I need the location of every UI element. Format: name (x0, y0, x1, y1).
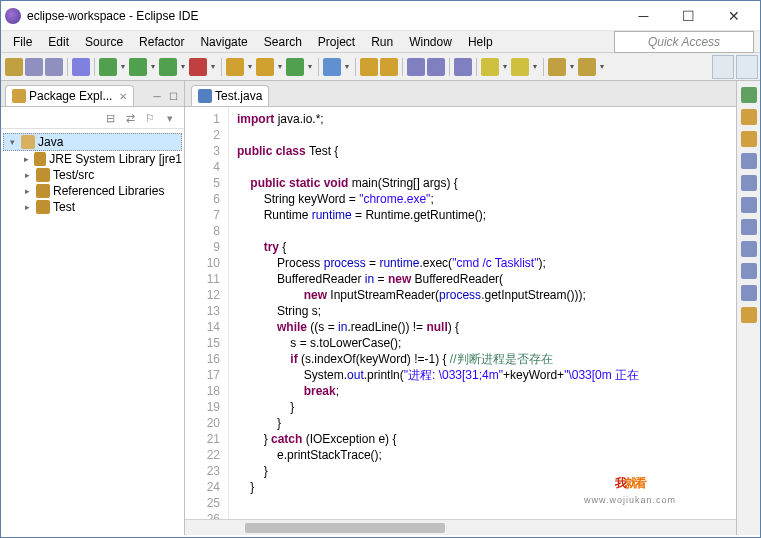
new-class-icon[interactable] (256, 58, 274, 76)
close-button[interactable]: ✕ (711, 2, 756, 30)
tree-node[interactable]: ▾Java (3, 133, 182, 151)
code-line[interactable]: } (237, 463, 736, 479)
debug-icon-dropdown[interactable]: ▾ (119, 58, 127, 76)
code-line[interactable]: } (237, 479, 736, 495)
new-package-icon[interactable] (226, 58, 244, 76)
code-content[interactable]: import java.io.*; public class Test { pu… (229, 107, 736, 519)
task-list-icon[interactable] (741, 109, 757, 125)
forward-icon[interactable] (578, 58, 596, 76)
next-annotation-icon-dropdown[interactable]: ▾ (501, 58, 509, 76)
back-icon[interactable] (548, 58, 566, 76)
code-line[interactable]: try { (237, 239, 736, 255)
menu-source[interactable]: Source (77, 33, 131, 51)
code-line[interactable] (237, 127, 736, 143)
problems-icon[interactable] (741, 175, 757, 191)
code-line[interactable]: public static void main(String[] args) { (237, 175, 736, 191)
focus-task-button[interactable]: ⚐ (142, 110, 158, 126)
pin-icon[interactable] (454, 58, 472, 76)
tree-node[interactable]: ▸Test/src (3, 167, 182, 183)
new-icon[interactable] (5, 58, 23, 76)
expander-icon[interactable]: ▾ (6, 137, 18, 147)
javadoc-icon[interactable] (741, 197, 757, 213)
code-line[interactable]: import java.io.*; (237, 111, 736, 127)
console-icon[interactable] (741, 241, 757, 257)
debug-icon[interactable] (99, 58, 117, 76)
code-line[interactable]: public class Test { (237, 143, 736, 159)
link-editor-button[interactable]: ⇄ (122, 110, 138, 126)
coverage-icon[interactable] (159, 58, 177, 76)
maximize-button[interactable]: ☐ (666, 2, 711, 30)
prev-annotation-icon[interactable] (511, 58, 529, 76)
forward-icon-dropdown[interactable]: ▾ (598, 58, 606, 76)
mylyn-icon[interactable] (741, 285, 757, 301)
tree-node[interactable]: ▸Test (3, 199, 182, 215)
code-line[interactable]: new InputStreamReader(process.getInputSt… (237, 287, 736, 303)
code-line[interactable]: if (s.indexOf(keyWord) !=-1) { //判断进程是否存… (237, 351, 736, 367)
code-line[interactable]: BufferedReader in = new BufferedReader( (237, 271, 736, 287)
open-type-icon[interactable] (286, 58, 304, 76)
code-line[interactable] (237, 495, 736, 511)
toggle-breadcrumb-icon[interactable] (407, 58, 425, 76)
package-tree[interactable]: ▾Java▸JRE System Library [jre1▸Test/src▸… (1, 129, 184, 535)
collapse-all-button[interactable]: ⊟ (102, 110, 118, 126)
toggle-block-icon[interactable] (380, 58, 398, 76)
code-line[interactable]: } (237, 399, 736, 415)
save-icon[interactable] (25, 58, 43, 76)
code-line[interactable]: String keyWord = "chrome.exe"; (237, 191, 736, 207)
coverage-icon-dropdown[interactable]: ▾ (179, 58, 187, 76)
expander-icon[interactable]: ▸ (21, 154, 31, 164)
menu-navigate[interactable]: Navigate (192, 33, 255, 51)
code-line[interactable]: Process process = runtime.exec("cmd /c T… (237, 255, 736, 271)
minimize-button[interactable]: ─ (621, 2, 666, 30)
show-whitespace-icon[interactable] (427, 58, 445, 76)
templates-icon[interactable] (741, 307, 757, 323)
next-annotation-icon[interactable] (481, 58, 499, 76)
run-icon-dropdown[interactable]: ▾ (149, 58, 157, 76)
open-perspective-button[interactable] (712, 55, 734, 79)
menu-edit[interactable]: Edit (40, 33, 77, 51)
tree-node[interactable]: ▸Referenced Libraries (3, 183, 182, 199)
progress-icon[interactable] (741, 263, 757, 279)
code-line[interactable]: System.out.println("进程: \033[31;4m"+keyW… (237, 367, 736, 383)
run-icon[interactable] (129, 58, 147, 76)
code-line[interactable]: } catch (IOException e) { (237, 431, 736, 447)
expander-icon[interactable]: ▸ (21, 186, 33, 196)
search-icon-dropdown[interactable]: ▾ (343, 58, 351, 76)
new-package-icon-dropdown[interactable]: ▾ (246, 58, 254, 76)
search-icon[interactable] (323, 58, 341, 76)
open-type-icon-dropdown[interactable]: ▾ (306, 58, 314, 76)
java-perspective-button[interactable] (736, 55, 758, 79)
code-line[interactable]: } (237, 415, 736, 431)
close-icon[interactable]: ✕ (119, 91, 127, 102)
new-class-icon-dropdown[interactable]: ▾ (276, 58, 284, 76)
horizontal-scrollbar[interactable] (185, 519, 736, 535)
wand-icon[interactable] (72, 58, 90, 76)
code-line[interactable]: e.printStackTrace(); (237, 447, 736, 463)
back-icon-dropdown[interactable]: ▾ (568, 58, 576, 76)
run-last-icon[interactable] (189, 58, 207, 76)
save-all-icon[interactable] (45, 58, 63, 76)
declaration-icon[interactable] (741, 219, 757, 235)
prev-annotation-icon-dropdown[interactable]: ▾ (531, 58, 539, 76)
outline-icon[interactable] (741, 87, 757, 103)
minimize-view-button[interactable]: ─ (150, 90, 164, 104)
hierarchy-icon[interactable] (741, 131, 757, 147)
code-line[interactable] (237, 159, 736, 175)
code-editor[interactable]: 1234567891011121314151617181920212223242… (185, 107, 736, 519)
expander-icon[interactable]: ▸ (21, 170, 33, 180)
menu-help[interactable]: Help (460, 33, 501, 51)
menu-run[interactable]: Run (363, 33, 401, 51)
code-line[interactable] (237, 223, 736, 239)
menu-search[interactable]: Search (256, 33, 310, 51)
code-line[interactable] (237, 511, 736, 519)
code-line[interactable]: while ((s = in.readLine()) != null) { (237, 319, 736, 335)
toggle-mark-icon[interactable] (360, 58, 378, 76)
maximize-view-button[interactable]: ☐ (166, 90, 180, 104)
bookmarks-icon[interactable] (741, 153, 757, 169)
code-line[interactable]: s = s.toLowerCase(); (237, 335, 736, 351)
menu-window[interactable]: Window (401, 33, 460, 51)
run-last-icon-dropdown[interactable]: ▾ (209, 58, 217, 76)
code-line[interactable]: break; (237, 383, 736, 399)
package-explorer-tab[interactable]: Package Expl... ✕ (5, 85, 134, 106)
menu-file[interactable]: File (5, 33, 40, 51)
